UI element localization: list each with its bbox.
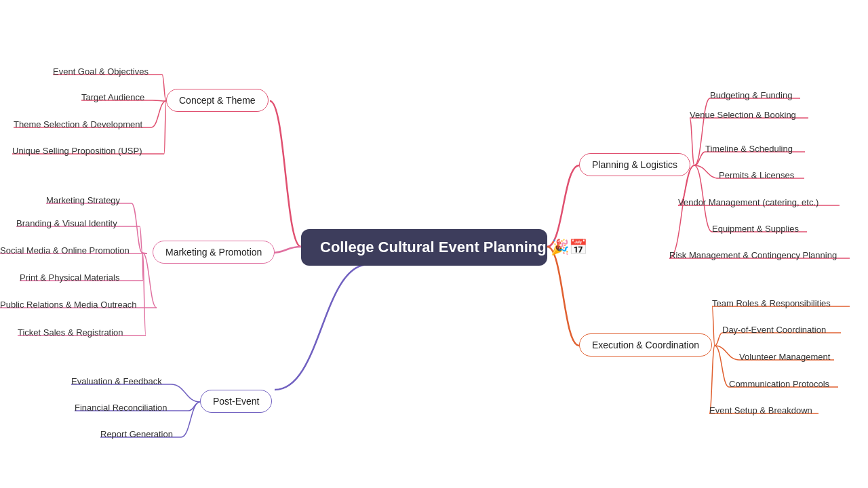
leaf-item: Volunteer Management [739,350,830,363]
leaf-item: Budgeting & Funding [710,89,792,102]
branch-execution[interactable]: Execution & Coordination [579,333,712,357]
leaf-item: Team Roles & Responsibilities [712,297,831,310]
branch-marketing[interactable]: Marketing & Promotion [153,241,275,264]
leaf-item: Branding & Visual Identity [16,217,117,230]
leaf-item: Marketing Strategy [46,194,120,207]
leaf-item: Evaluation & Feedback [71,375,162,388]
leaf-item: Permits & Licenses [719,169,794,182]
leaf-item: Event Setup & Breakdown [709,404,812,417]
leaf-item: Vendor Management (catering, etc.) [678,196,818,209]
leaf-item: Day-of-Event Coordination [722,323,826,336]
branch-planning-label: Planning & Logistics [592,159,677,170]
leaf-item: Communication Protocols [729,378,829,390]
branch-postevent[interactable]: Post-Event [200,390,272,413]
leaf-item: Equipment & Supplies [712,222,799,235]
leaf-item: Risk Management & Contingency Planning [669,249,837,262]
branch-planning[interactable]: Planning & Logistics [579,153,690,176]
leaf-item: Timeline & Scheduling [705,142,793,155]
center-node: College Cultural Event Planning 🎉📅 [301,229,547,266]
branch-concept[interactable]: Concept & Theme [166,89,269,112]
leaf-item: Theme Selection & Development [14,118,142,131]
center-label: College Cultural Event Planning 🎉📅 [320,239,587,256]
branch-postevent-label: Post-Event [213,396,259,407]
leaf-item: Event Goal & Objectives [53,65,149,78]
branch-marketing-label: Marketing & Promotion [165,247,262,258]
leaf-item: Target Audience [81,91,144,104]
leaf-item: Financial Reconciliation [75,401,167,414]
branch-concept-label: Concept & Theme [179,95,256,106]
leaf-item: Venue Selection & Booking [690,108,796,121]
branch-execution-label: Execution & Coordination [592,340,699,350]
leaf-item: Report Generation [100,428,173,441]
leaf-item: Print & Physical Materials [20,271,119,284]
leaf-item: Unique Selling Proposition (USP) [12,144,142,157]
leaf-item: Ticket Sales & Registration [18,326,123,339]
leaf-item: Social Media & Online Promotion [0,244,130,257]
leaf-item: Public Relations & Media Outreach [0,298,137,311]
